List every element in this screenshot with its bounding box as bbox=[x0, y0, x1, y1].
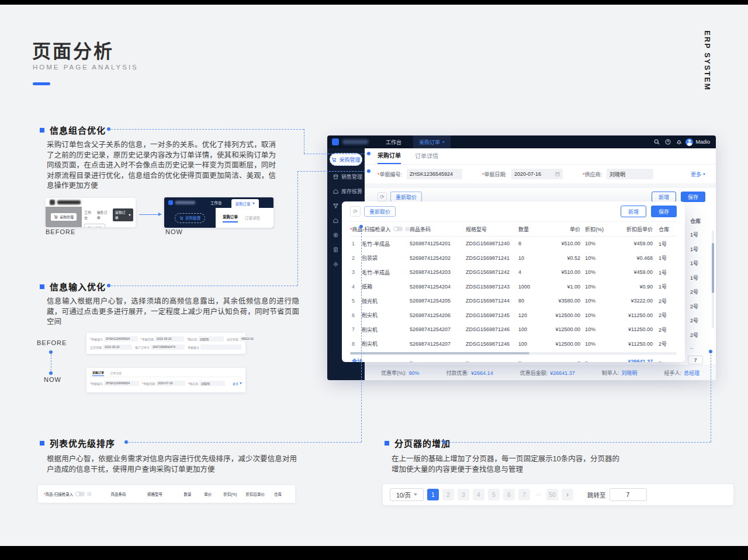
table-row[interactable]: 5 抛光机 52698741254205 ZDSG1569871244 80 ¥… bbox=[350, 294, 677, 308]
sidebar-item-purchase-active[interactable]: 采购管理 bbox=[330, 153, 362, 166]
refetch-price-button[interactable]: 重新取价 bbox=[364, 206, 396, 217]
cell-barcode: 52698741254207 bbox=[410, 326, 466, 332]
search-icon[interactable] bbox=[654, 139, 660, 145]
form-field[interactable]: 交货日期2022-05-20 bbox=[90, 345, 132, 350]
form-field[interactable]: 客户订单号26471569542474 bbox=[135, 345, 185, 350]
coin-icon bbox=[333, 232, 338, 238]
table-row[interactable]: 4 纸箱 52698741254204 ZDSG1569871243 1000 … bbox=[350, 280, 677, 294]
page-canvas: 页面分析 HOME PAGE ANALYSIS ERP SYSTEM 信息组合优… bbox=[0, 0, 748, 560]
more-link[interactable]: 更多 bbox=[691, 171, 705, 178]
form-field[interactable]: *单据日期2020-07-16 bbox=[142, 381, 185, 386]
form-field[interactable]: *单据编号ZHSK1236545924 bbox=[90, 381, 139, 386]
field-label: 供应商 bbox=[188, 338, 197, 341]
title-accent-bar bbox=[33, 82, 50, 85]
user-menu[interactable]: Madio bbox=[685, 138, 710, 146]
table-row[interactable]: 2 包装袋 52698741254202 ZDSG1569871241 10 ¥… bbox=[350, 251, 677, 266]
save-button[interactable]: 保存 bbox=[651, 206, 677, 217]
cell-model: ZDSG1569871240 bbox=[466, 241, 518, 246]
table-row[interactable]: 1 毛竹-半成品 52698741254201 ZDSG1569871240 8… bbox=[350, 236, 677, 251]
avatar bbox=[685, 138, 693, 146]
page-button-2[interactable]: 2 bbox=[442, 489, 454, 500]
blurred-logo bbox=[50, 200, 55, 205]
next-page-button[interactable]: › bbox=[562, 489, 573, 500]
help-icon[interactable] bbox=[665, 139, 671, 145]
page-button-1[interactable]: 1 bbox=[427, 489, 439, 500]
username: Madio bbox=[695, 139, 710, 145]
page-button-4[interactable]: 4 bbox=[473, 489, 484, 500]
cell-model: ZDSG1569871241 bbox=[466, 255, 518, 261]
table-row[interactable]: 7 削尖机 52698741254207 ZDSG1569871246 100 … bbox=[350, 322, 677, 337]
tab-purchase-order-active[interactable]: 采购订单 bbox=[113, 208, 133, 221]
connector-dot bbox=[709, 350, 712, 353]
connector-line bbox=[51, 354, 51, 371]
page-button-6[interactable]: 6 bbox=[503, 489, 515, 500]
summary-label: 付款优惠: bbox=[446, 369, 469, 377]
cell-price: ¥3580.00 bbox=[544, 298, 581, 304]
tab-order-detail[interactable]: 订单详情 bbox=[245, 215, 260, 221]
form-field[interactable]: *单据日期2022-05-20 bbox=[141, 336, 184, 342]
table-header-row: *商品-扫描枪录入 商品条码 规格型号 数量 单价 折扣(%) 折扣后单价 仓库 bbox=[350, 221, 677, 236]
table-row[interactable]: 8 削尖机 52698741254207 ZDSG1569871246 100 … bbox=[350, 337, 677, 352]
form-field[interactable]: 单据备注 bbox=[188, 345, 241, 350]
form-field[interactable]: 总应付款¥5623.00 bbox=[227, 336, 261, 342]
refresh-icon-button[interactable]: ⟳ bbox=[378, 192, 387, 201]
tab-purchase-order[interactable]: 采购订单 bbox=[92, 370, 104, 376]
topbar-tab-workbench[interactable]: 工作台 bbox=[386, 138, 401, 146]
scan-toggle[interactable] bbox=[75, 492, 85, 496]
scrollbar-thumb[interactable] bbox=[712, 243, 714, 293]
page-button-50[interactable]: 50 bbox=[546, 489, 558, 500]
topbar-tab-purchase-active[interactable]: 采购订单 bbox=[413, 135, 451, 148]
tab-order-detail[interactable]: 订单详情 bbox=[110, 371, 122, 375]
refetch-price-button[interactable]: 重新取价 bbox=[390, 192, 422, 202]
summary-label: 经手人: bbox=[664, 369, 681, 377]
blurred-brand-text bbox=[57, 200, 81, 204]
sidebar-item-purchase[interactable]: 采购管理 bbox=[175, 213, 205, 223]
cell-product-name: 削尖机 bbox=[362, 340, 410, 347]
cell-discount: 10% bbox=[581, 326, 608, 332]
page-size-select[interactable]: 10/页 bbox=[390, 488, 424, 501]
form-field[interactable]: *单据编号ZHSK1236545924 bbox=[90, 336, 138, 342]
supplier-input[interactable] bbox=[607, 169, 653, 179]
mini-before-combo-card: 采购管理 工作台 销售订单 采购订单 历史记录 bbox=[46, 198, 136, 227]
order-no-input[interactable] bbox=[407, 169, 462, 179]
page-button-7[interactable]: 7 bbox=[518, 489, 530, 500]
jump-to-input[interactable] bbox=[610, 488, 647, 501]
scan-toggle[interactable] bbox=[393, 227, 403, 231]
mini-now-combo-card: 工作台 采购订单 采购管理 采购订单 订单详情 bbox=[164, 197, 273, 228]
bell-icon[interactable] bbox=[676, 139, 682, 145]
history-record-chip[interactable]: 历史记录 bbox=[84, 224, 105, 227]
save-button[interactable]: 保存 bbox=[681, 192, 705, 202]
more-link[interactable]: 更多 bbox=[233, 381, 242, 385]
form-field[interactable]: *供应商刘晓明 bbox=[188, 381, 225, 386]
tab-sales-order[interactable]: 销售订单 bbox=[97, 210, 109, 220]
bottom-black-bar bbox=[0, 546, 748, 560]
table-row[interactable]: 3 毛竹-半成品 52698741254203 ZDSG1569871242 4… bbox=[350, 265, 677, 280]
scrollbar-thumb[interactable] bbox=[350, 352, 529, 354]
page-button-5[interactable]: 5 bbox=[488, 489, 500, 500]
tab-purchase-order[interactable]: 采购订单 bbox=[223, 214, 238, 222]
column-warehouse: 仓库 bbox=[274, 491, 289, 497]
cell-warehouse: 2号 bbox=[654, 297, 675, 305]
chevron-down-icon bbox=[129, 214, 131, 216]
sidebar-item-inventory[interactable]: 库存核算 bbox=[327, 184, 365, 199]
bg-jump-input[interactable]: 7 bbox=[688, 356, 703, 364]
vertical-scrollbar[interactable] bbox=[712, 230, 714, 328]
connector-dot bbox=[107, 284, 110, 287]
connector-input-line bbox=[111, 286, 297, 286]
tab-order-detail[interactable]: 订单详情 bbox=[415, 151, 438, 164]
table-row[interactable]: 6 削尖机 52698741254206 ZDSG1569871245 120 … bbox=[350, 308, 677, 323]
page-button-3[interactable]: 3 bbox=[458, 489, 469, 500]
tab-purchase-order[interactable]: 采购订单 bbox=[378, 151, 401, 164]
tab-purchase-order-active[interactable]: 采购订单 bbox=[231, 199, 259, 208]
add-button[interactable]: 新增 bbox=[621, 206, 646, 217]
horizontal-scrollbar[interactable] bbox=[350, 352, 677, 354]
mini-topbar: 工作台 采购订单 bbox=[164, 197, 273, 208]
tab-workbench[interactable]: 工作台 bbox=[210, 200, 222, 206]
total-label: 合计 bbox=[350, 357, 410, 362]
sidebar-item-purchase[interactable]: 采购管理 bbox=[51, 213, 77, 221]
refresh-icon-button[interactable]: ⟳ bbox=[350, 206, 361, 217]
form-field[interactable]: *供应商刘晓明 bbox=[187, 336, 224, 342]
tab-workbench[interactable]: 工作台 bbox=[84, 210, 94, 220]
summary-label: 优惠后金额: bbox=[520, 369, 548, 377]
add-button[interactable]: 新增 bbox=[652, 192, 676, 202]
